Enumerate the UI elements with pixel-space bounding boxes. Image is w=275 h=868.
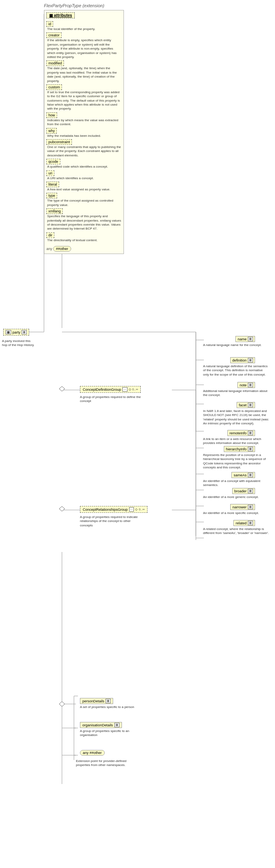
party-label: party bbox=[12, 330, 20, 334]
field-id: id The local identifier of the property. bbox=[46, 21, 122, 31]
field-name-uri[interactable]: uri bbox=[46, 170, 54, 176]
field-name-qcode[interactable]: qcode bbox=[46, 159, 60, 164]
field-name-id[interactable]: id bbox=[46, 21, 53, 27]
concept-def-group-diamond: ◇ bbox=[129, 388, 131, 391]
hierarchyinfo-box[interactable]: hierarchyInfo ⊞ bbox=[224, 446, 255, 452]
note-box[interactable]: note ⊞ bbox=[237, 382, 255, 388]
sameas-desc: An identifier of a concept with equivale… bbox=[203, 479, 269, 488]
broader-box[interactable]: broader ⊞ bbox=[232, 488, 255, 494]
org-details-box[interactable]: organisationDetails ⊞ bbox=[80, 722, 122, 728]
name-expand-icon: ⊞ bbox=[248, 337, 253, 341]
attributes-header[interactable]: ▦ attributes bbox=[46, 12, 75, 18]
hierarchyinfo-expand-icon: ⊞ bbox=[248, 447, 253, 451]
org-details-desc: A group of properties specific to an org… bbox=[80, 729, 140, 738]
field-desc-xmllang: Specifies the language of this property … bbox=[47, 214, 122, 231]
broader-expand-icon: ⊞ bbox=[248, 489, 253, 493]
party-box[interactable]: ▦ party ⊞ bbox=[3, 329, 29, 336]
any-other-bottom-box[interactable]: any ##other bbox=[80, 750, 105, 756]
concept-def-group-desc: A group of properties required to define… bbox=[80, 395, 144, 404]
person-details-box[interactable]: personDetails ⊞ bbox=[80, 698, 113, 704]
field-desc-creator: If the attribute is empty, specifies whi… bbox=[47, 38, 122, 59]
field-name-xmllang[interactable]: xmllang bbox=[46, 208, 63, 214]
svg-marker-33 bbox=[59, 702, 65, 706]
note-desc: Additional natural language information … bbox=[203, 389, 269, 398]
concept-def-group-mult: 0..∞ bbox=[132, 388, 138, 391]
definition-box[interactable]: definition ⊞ bbox=[230, 357, 255, 363]
field-name-literal[interactable]: literal bbox=[46, 182, 59, 187]
related-box[interactable]: related ⊞ bbox=[233, 520, 255, 526]
remoteinfo-desc: A link to an item or a web resource whic… bbox=[203, 437, 269, 446]
concept-rel-group-connector: ··· bbox=[129, 507, 134, 512]
person-details-expand-icon: ⊞ bbox=[106, 699, 111, 703]
field-name-how[interactable]: how bbox=[46, 112, 57, 118]
field-literal: literal A free-text value assigned as pr… bbox=[46, 182, 122, 192]
field-qcode: qcode A qualified code which identifies … bbox=[46, 159, 122, 169]
field-type: type The type of the concept assigned as… bbox=[46, 193, 122, 207]
field-name-why[interactable]: why bbox=[46, 128, 57, 134]
field-custom: custom If set to true the corresponding … bbox=[46, 84, 122, 111]
field-xmllang: xmllang Specifies the language of this p… bbox=[46, 208, 122, 231]
field-desc-dir: The directionality of textual content. bbox=[47, 238, 122, 242]
field-dir: dir The directionality of textual conten… bbox=[46, 232, 122, 242]
name-desc: A natural language name for the concept. bbox=[203, 343, 269, 347]
related-expand-icon: ⊞ bbox=[248, 521, 253, 525]
hierarchyinfo-label: hierarchyInfo bbox=[226, 447, 247, 451]
field-any-other: any ##other bbox=[46, 244, 122, 252]
svg-marker-28 bbox=[59, 506, 65, 511]
hierarchyinfo-desc: Represents the position of a concept in … bbox=[203, 453, 269, 470]
broader-desc: An identifier of a more generic concept. bbox=[203, 495, 269, 499]
concept-def-group-box[interactable]: ConceptDefinitionGroup ··· ◇ 0..∞ bbox=[80, 386, 141, 393]
narrower-expand-icon: ⊞ bbox=[248, 505, 253, 509]
sameas-expand-icon: ⊞ bbox=[248, 473, 253, 477]
related-desc: A related concept, where the relationshi… bbox=[203, 527, 269, 536]
field-name-creator[interactable]: creator bbox=[46, 32, 62, 38]
facet-box[interactable]: facet ⊞ bbox=[237, 402, 255, 408]
field-desc-literal: A free-text value assigned as property v… bbox=[47, 188, 122, 192]
field-desc-why: Why the metadata has been included. bbox=[47, 134, 122, 138]
concept-def-group-connector: ··· bbox=[122, 387, 128, 392]
field-desc-type: The type of the concept assigned as cont… bbox=[47, 199, 122, 207]
remoteinfo-box[interactable]: remoteInfo ⊞ bbox=[227, 430, 255, 436]
broader-label: broader bbox=[234, 489, 247, 493]
narrower-label: narrower bbox=[232, 505, 247, 509]
attributes-icon: ▦ bbox=[49, 13, 53, 18]
concept-rel-group-diamond: ◇ bbox=[135, 508, 138, 511]
party-icon: ▦ bbox=[6, 330, 11, 334]
definition-desc: A natural language definition of the sem… bbox=[203, 364, 269, 377]
party-expand: ⊞ bbox=[22, 330, 27, 334]
narrower-desc: An identifier of a more specific concept… bbox=[203, 511, 269, 515]
field-how: how Indicates by which means the value w… bbox=[46, 112, 122, 127]
remoteinfo-expand-icon: ⊞ bbox=[248, 431, 253, 435]
concept-rel-group-box[interactable]: ConceptRelationshipsGroup ··· ◇ 0..∞ bbox=[80, 506, 147, 513]
note-label: note bbox=[239, 383, 247, 387]
any-other-tag[interactable]: ##other bbox=[53, 246, 71, 252]
field-desc-modified: The date (and, optionally, the time) whe… bbox=[47, 66, 122, 83]
sameas-box[interactable]: sameAs ⊞ bbox=[231, 472, 255, 478]
any-other-bottom-desc: Extension point for provider-defined pro… bbox=[76, 759, 140, 768]
org-details-label: organisationDetails bbox=[82, 723, 113, 727]
diagram-container: FlexPartyPropType (extension) bbox=[0, 0, 275, 868]
field-uri: uri A URI which identifies a concept. bbox=[46, 170, 122, 180]
field-name-type[interactable]: type bbox=[46, 193, 57, 198]
field-name-modified[interactable]: modified bbox=[46, 60, 64, 66]
org-details-expand-icon: ⊞ bbox=[114, 723, 120, 727]
related-label: related bbox=[235, 521, 247, 525]
note-expand-icon: ⊞ bbox=[248, 383, 253, 387]
concept-rel-group-desc: A group of properties required to indica… bbox=[80, 515, 144, 528]
field-desc-custom: If set to true the corresponding propert… bbox=[47, 90, 122, 111]
field-name-pubconstraint[interactable]: pubconstraint bbox=[46, 139, 72, 145]
facet-label: facet bbox=[239, 403, 247, 407]
sameas-label: sameAs bbox=[233, 473, 247, 477]
field-why: why Why the metadata has been included. bbox=[46, 128, 122, 138]
svg-marker-27 bbox=[59, 386, 65, 391]
field-name-dir[interactable]: dir bbox=[46, 232, 54, 238]
facet-expand-icon: ⊞ bbox=[248, 403, 253, 407]
field-desc-pubconstraint: One or many constraints that apply to pu… bbox=[47, 145, 122, 158]
name-box[interactable]: name ⊞ bbox=[235, 336, 255, 342]
narrower-box[interactable]: narrower ⊞ bbox=[230, 504, 255, 510]
diagram-title: FlexPartyPropType (extension) bbox=[44, 3, 104, 8]
name-label: name bbox=[237, 337, 247, 341]
person-details-label: personDetails bbox=[82, 699, 104, 703]
field-pubconstraint: pubconstraint One or many constraints th… bbox=[46, 139, 122, 158]
field-name-custom[interactable]: custom bbox=[46, 84, 62, 90]
